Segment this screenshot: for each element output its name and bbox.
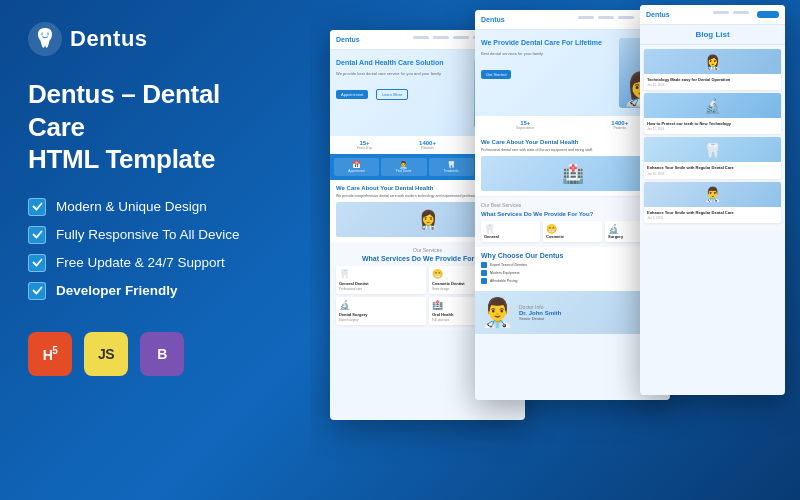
sc-service-1: 📅 Appointment bbox=[334, 158, 379, 176]
sc-service-card-3: 🔬 Dental Surgery Expert surgery bbox=[336, 297, 426, 325]
screenshots-container: Dentus Dental And Health Care Solution W… bbox=[310, 0, 800, 500]
sc-blog-img-4: 👨‍⚕️ bbox=[644, 182, 781, 207]
check-icon-1 bbox=[28, 198, 46, 216]
sc-mid-nav-logo: Dentus bbox=[481, 16, 505, 23]
sc-blog-img-3: 🦷 bbox=[644, 137, 781, 162]
screenshot-right: Dentus Blog List 👩‍⚕️ T bbox=[640, 5, 785, 395]
bootstrap-badge: B bbox=[140, 332, 184, 376]
sc-blog-header: Blog List bbox=[640, 25, 785, 45]
feature-item-3: Free Update & 24/7 Support bbox=[28, 254, 282, 272]
feature-item-1: Modern & Unique Design bbox=[28, 198, 282, 216]
sc-hero-sub: We provide best dental care service for … bbox=[336, 71, 470, 77]
sc-blog-card-3: 🦷 Enhance Your Smile with Regular Dental… bbox=[644, 137, 781, 178]
left-panel: Dentus Dentus – Dental Care HTML Templat… bbox=[0, 0, 310, 500]
javascript-badge: JS bbox=[84, 332, 128, 376]
sc-nav-link-2 bbox=[433, 36, 449, 39]
check-icon-3 bbox=[28, 254, 46, 272]
check-icon-4 bbox=[28, 282, 46, 300]
sc-mid-why-title: Why Choose Our Dentus bbox=[481, 252, 664, 259]
logo-row: Dentus bbox=[28, 22, 282, 56]
sc-blog-title: Blog List bbox=[645, 30, 780, 39]
sc-hero-buttons: Appointment Learn More bbox=[336, 82, 470, 100]
feature-label-4: Developer Friendly bbox=[56, 283, 178, 298]
sc-hero-text: Dental And Health Care Solution We provi… bbox=[336, 58, 470, 100]
sc-blog-img-2: 🔬 bbox=[644, 93, 781, 118]
sc-blog-card-4: 👨‍⚕️ Enhance Your Smile with Regular Den… bbox=[644, 182, 781, 223]
sc-blog-list: 👩‍⚕️ Technology Made easy for Dental Ope… bbox=[640, 45, 785, 230]
feature-label-1: Modern & Unique Design bbox=[56, 199, 207, 214]
sc-blog-card-1: 👩‍⚕️ Technology Made easy for Dental Ope… bbox=[644, 49, 781, 90]
check-icon-2 bbox=[28, 226, 46, 244]
sc-service-card-1: 🦷 General Dentist Professional care bbox=[336, 266, 426, 294]
feature-list: Modern & Unique Design Fully Responsive … bbox=[28, 198, 282, 300]
tech-badges: H5 JS B bbox=[28, 332, 282, 376]
feature-label-3: Free Update & 24/7 Support bbox=[56, 255, 225, 270]
main-title: Dentus – Dental Care HTML Template bbox=[28, 78, 282, 176]
sc-right-nav: Dentus bbox=[640, 5, 785, 25]
dentus-logo-icon bbox=[28, 22, 62, 56]
sc-stat-1: 15+ Years Exp bbox=[334, 140, 395, 150]
brand-name: Dentus bbox=[70, 26, 148, 52]
html5-badge: H5 bbox=[28, 332, 72, 376]
sc-mid-section-title: We Care About Your Dental Health bbox=[481, 139, 664, 145]
sc-stat-2: 1400+ Patients bbox=[397, 140, 458, 150]
sc-hero-btn1: Appointment bbox=[336, 90, 368, 99]
sc-blog-card-2: 🔬 How to Protect our teeth to New Techno… bbox=[644, 93, 781, 134]
feature-item-2: Fully Responsive To All Device bbox=[28, 226, 282, 244]
sc-mid-hero-title: We Provide Dental Care For Lifetime bbox=[481, 38, 615, 47]
sc-hero-title: Dental And Health Care Solution bbox=[336, 58, 470, 67]
sc-service-3: 🦷 Treatments bbox=[429, 158, 474, 176]
sc-nav-logo: Dentus bbox=[336, 36, 360, 43]
feature-label-2: Fully Responsive To All Device bbox=[56, 227, 240, 242]
right-panel: Dentus Dental And Health Care Solution W… bbox=[310, 0, 800, 500]
sc-nav-link-3 bbox=[453, 36, 469, 39]
feature-item-4: Developer Friendly bbox=[28, 282, 282, 300]
sc-blog-img-1: 👩‍⚕️ bbox=[644, 49, 781, 74]
sc-service-2: 👨‍⚕️ Find Doctor bbox=[381, 158, 426, 176]
sc-mid-section-img: 🏥 bbox=[481, 156, 664, 191]
sc-hero-btn2: Learn More bbox=[376, 89, 408, 100]
sc-nav-link-1 bbox=[413, 36, 429, 39]
